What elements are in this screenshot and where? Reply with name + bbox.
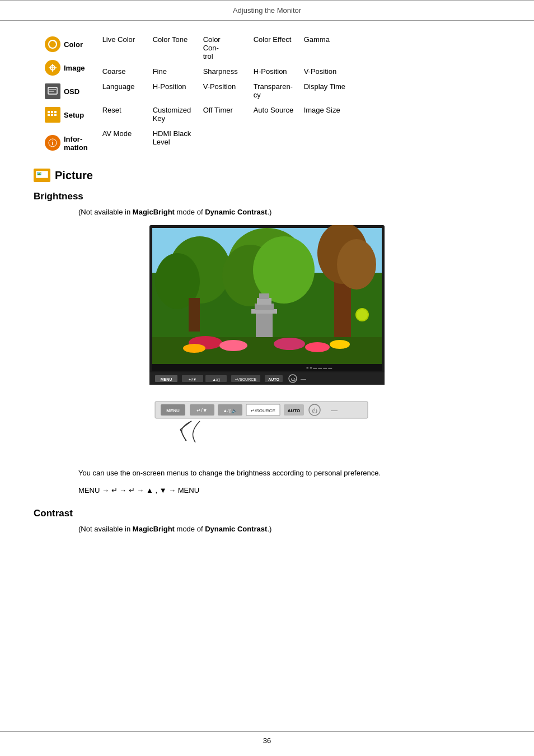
contrast-note-magicbright: MagicBright xyxy=(133,525,175,533)
cell-reset: Reset xyxy=(99,105,149,115)
brightness-title: Brightness xyxy=(34,191,500,202)
contrast-note-mid: mode of xyxy=(175,525,205,533)
note-prefix: (Not available in xyxy=(78,208,133,216)
menu-icons-column: Color Image xyxy=(45,32,88,152)
svg-text:i: i xyxy=(52,140,54,146)
table-row-setup2: AV Mode HDMI BlackLevel xyxy=(99,126,500,150)
svg-rect-34 xyxy=(256,312,273,340)
contrast-title: Contrast xyxy=(34,508,500,519)
cell-osd-v-pos: V-Position xyxy=(200,81,250,92)
monitor-image-wrapper: ■ ■ ▬ ▬ ▬ ▬ MENU ↵/▼ ▲/() ↵/SOURCE AUTO … xyxy=(34,225,500,393)
osd-label: OSD xyxy=(64,87,79,96)
cell-av-mode: AV Mode xyxy=(99,128,149,139)
svg-rect-10 xyxy=(51,111,53,113)
svg-text:⏻: ⏻ xyxy=(312,408,317,414)
svg-point-21 xyxy=(40,172,41,174)
svg-text:↵/▼: ↵/▼ xyxy=(189,377,197,381)
menu-icon-info-row: i Infor- mation xyxy=(45,135,88,152)
menu-icon-setup-row: Setup xyxy=(45,107,88,123)
control-annotation-svg: MENU ↵/▼ ▲/()🔈 ↵/SOURCE AUTO ⏻ xyxy=(149,399,385,449)
cell-gamma: Gamma xyxy=(301,34,351,45)
picture-title: Picture xyxy=(55,169,93,182)
table-row-osd: Language H-Position V-Position Transpare… xyxy=(99,79,500,102)
svg-text:—: — xyxy=(331,407,338,414)
cell-color-effect: Color Effect xyxy=(250,34,301,45)
cell-hdmi-black: HDMI BlackLevel xyxy=(149,128,200,147)
table-row-color: Live Color Color Tone ColorCon-trol Colo… xyxy=(99,32,500,64)
svg-text:■ ■ ▬ ▬ ▬ ▬: ■ ■ ▬ ▬ ▬ ▬ xyxy=(306,366,332,370)
svg-point-45 xyxy=(330,340,350,349)
svg-text:AUTO: AUTO xyxy=(268,377,279,381)
svg-text:MENU: MENU xyxy=(166,408,180,413)
page-header: Adjusting the Monitor xyxy=(0,3,534,21)
cell-color-ctrl: ColorCon-trol xyxy=(200,34,250,62)
svg-rect-12 xyxy=(54,111,57,113)
cell-color-tone: Color Tone xyxy=(149,34,200,45)
image-label: Image xyxy=(64,64,85,72)
control-diagram-wrapper: MENU ↵/▼ ▲/()🔈 ↵/SOURCE AUTO ⏻ xyxy=(34,399,500,451)
picture-icon xyxy=(34,169,50,182)
svg-text:▲/(): ▲/() xyxy=(212,377,220,382)
cell-language: Language xyxy=(99,81,149,92)
cell-empty1 xyxy=(200,128,250,130)
svg-text:—: — xyxy=(301,376,306,382)
menu-icon-image-row: Image xyxy=(45,60,88,76)
svg-rect-27 xyxy=(189,298,200,332)
cell-off-timer: Off Timer xyxy=(200,105,250,115)
svg-point-44 xyxy=(305,342,330,352)
cell-display-time: Display Time xyxy=(301,81,351,92)
content-area: Color Image xyxy=(0,32,534,533)
setup-label: Setup xyxy=(64,111,84,119)
note-magicbright: MagicBright xyxy=(133,208,175,216)
cell-osd-h-pos: H-Position xyxy=(149,81,200,92)
svg-text:↵/▼: ↵/▼ xyxy=(196,408,207,413)
color-label: Color xyxy=(64,40,83,49)
cell-empty2 xyxy=(250,128,301,130)
color-icon xyxy=(45,36,60,52)
note-mid: mode of xyxy=(175,208,205,216)
svg-rect-8 xyxy=(48,111,50,113)
svg-point-47 xyxy=(357,309,368,320)
svg-text:↵/SOURCE: ↵/SOURCE xyxy=(235,377,256,381)
info-label: Infor- mation xyxy=(64,135,88,152)
cell-transparency: Transparen-cy xyxy=(250,81,301,100)
svg-rect-48 xyxy=(152,364,382,371)
menu-items-table: Live Color Color Tone ColorCon-trol Colo… xyxy=(99,32,500,152)
contrast-note-dynamic: Dynamic Contrast xyxy=(205,525,267,533)
cell-image-size: Image Size xyxy=(301,105,351,115)
note-end: .) xyxy=(267,208,271,216)
svg-text:⏻: ⏻ xyxy=(291,377,296,382)
page-wrapper: Adjusting the Monitor Color xyxy=(0,0,534,756)
cell-auto-source: Auto Source xyxy=(250,105,301,115)
svg-point-42 xyxy=(183,344,205,353)
info-icon: i xyxy=(45,135,60,151)
picture-section-title-row: Picture xyxy=(34,169,500,182)
brightness-nav-text: MENU → ↵ → ↵ → ▲ , ▼ → MENU xyxy=(78,486,500,494)
svg-text:AUTO: AUTO xyxy=(288,408,301,413)
setup-icon xyxy=(45,107,60,123)
page-footer: 36 xyxy=(0,731,534,745)
cell-coarse: Coarse xyxy=(99,66,149,77)
brightness-note: (Not available in MagicBright mode of Dy… xyxy=(78,208,500,216)
table-row-setup1: Reset CustomizedKey Off Timer Auto Sourc… xyxy=(99,102,500,126)
nav-sequence: MENU → ↵ → ↵ → ▲ , ▼ → MENU xyxy=(78,486,199,494)
brightness-body-text: You can use the on-screen menus to chang… xyxy=(78,468,500,479)
page-number: 36 xyxy=(263,736,271,745)
cell-v-position: V-Position xyxy=(301,66,351,77)
svg-point-33 xyxy=(337,239,376,290)
cell-live-color: Live Color xyxy=(99,34,149,45)
svg-text:↵/SOURCE: ↵/SOURCE xyxy=(251,408,275,413)
svg-point-41 xyxy=(219,340,247,351)
cell-fine: Fine xyxy=(149,66,200,77)
menu-table: Color Image xyxy=(45,32,500,152)
svg-rect-5 xyxy=(48,87,57,94)
cell-customized-key: CustomizedKey xyxy=(149,105,200,124)
contrast-note: (Not available in MagicBright mode of Dy… xyxy=(78,525,500,533)
svg-rect-13 xyxy=(54,114,57,116)
top-border xyxy=(0,0,534,1)
note-dynamic-contrast: Dynamic Contrast xyxy=(205,208,267,216)
contrast-note-prefix: (Not available in xyxy=(78,525,133,533)
control-annotation: MENU ↵/▼ ▲/()🔈 ↵/SOURCE AUTO ⏻ xyxy=(149,399,385,451)
svg-point-43 xyxy=(274,338,305,350)
svg-rect-38 xyxy=(259,293,269,299)
